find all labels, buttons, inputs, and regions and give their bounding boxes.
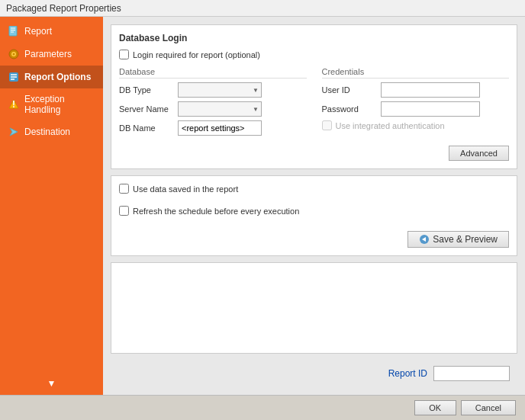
user-id-row: User ID [322,82,510,98]
parameters-icon [8,48,20,60]
destination-icon [8,126,20,138]
report-icon [8,25,20,37]
db-type-select-wrapper [178,82,262,98]
title-bar: Packaged Report Properties [0,0,525,17]
exception-icon: ! [8,98,20,111]
database-section-label: Database [119,67,307,79]
sidebar-report-options-label: Report Options [24,72,91,82]
report-id-label: Report ID [388,368,427,379]
credentials-section-label: Credentials [322,67,510,79]
svg-text:!: ! [12,99,15,110]
sidebar-item-destination[interactable]: Destination [0,120,103,143]
svg-point-6 [13,53,15,56]
use-integrated-checkbox[interactable] [322,120,332,130]
report-id-row: Report ID [111,360,517,387]
svg-rect-0 [9,26,17,36]
sidebar-report-label: Report [24,26,52,37]
save-preview-row: Save & Preview [119,231,509,248]
refresh-schedule-label: Refresh the schedule before every execut… [133,207,299,216]
db-type-select[interactable] [178,82,262,98]
report-id-input[interactable] [433,366,510,381]
advanced-button[interactable]: Advanced [449,146,509,161]
db-type-row: DB Type [119,82,307,98]
user-id-input[interactable] [381,82,480,98]
options-panel: Use data saved in the report Refresh the… [111,175,517,256]
sidebar-parameters-label: Parameters [24,49,72,59]
login-required-checkbox[interactable] [119,50,129,59]
login-required-label: Login required for report (optional) [133,50,260,59]
report-options-icon [8,71,20,83]
db-name-label: DB Name [119,123,174,133]
refresh-schedule-row: Refresh the schedule before every execut… [119,206,509,216]
server-name-row: Server Name [119,101,307,117]
database-login-title: Database Login [119,33,509,43]
password-row: Password [322,101,510,117]
advanced-btn-row: Advanced [119,146,509,161]
sidebar-destination-label: Destination [24,127,70,137]
db-credentials-row: Database DB Type Server Name [119,67,509,139]
sidebar-exception-label: Exception Handling [24,94,95,115]
database-login-panel: Database Login Login required for report… [111,24,517,169]
sidebar-item-report[interactable]: Report [0,20,103,43]
server-name-label: Server Name [119,104,174,114]
use-integrated-row: Use integrated authentication [322,120,510,130]
password-label: Password [322,104,377,114]
db-type-label: DB Type [119,85,174,95]
use-data-saved-label: Use data saved in the report [133,184,238,194]
sidebar-item-exception-handling[interactable]: ! Exception Handling [0,88,103,120]
save-preview-button[interactable]: Save & Preview [407,231,509,248]
sidebar-item-report-options[interactable]: Report Options [0,66,103,88]
bottom-bar: OK Cancel [0,395,525,420]
save-preview-icon [419,234,430,245]
login-required-row: Login required for report (optional) [119,50,509,59]
ok-button[interactable]: OK [414,400,456,415]
use-integrated-label: Use integrated authentication [336,121,445,130]
refresh-schedule-checkbox[interactable] [119,206,129,216]
spacer-panel [111,262,517,354]
credentials-section: Credentials User ID Password Use integra… [322,67,510,139]
server-name-select-wrapper [178,101,262,117]
user-id-label: User ID [322,85,377,95]
chevron-down-icon: ▼ [47,378,56,389]
use-data-saved-checkbox[interactable] [119,184,129,194]
sidebar-chevron[interactable]: ▼ [0,370,103,395]
title-text: Packaged Report Properties [6,3,121,14]
password-input[interactable] [381,101,480,117]
content-area: Database Login Login required for report… [103,17,525,395]
cancel-button[interactable]: Cancel [461,400,516,415]
sidebar-item-parameters[interactable]: Parameters [0,43,103,66]
db-name-row: DB Name [119,120,307,136]
server-name-select[interactable] [178,101,262,117]
database-section: Database DB Type Server Name [119,67,307,139]
use-data-saved-row: Use data saved in the report [119,184,509,194]
sidebar: Report Parameters Report Op [0,17,103,395]
db-name-input[interactable] [178,120,262,136]
